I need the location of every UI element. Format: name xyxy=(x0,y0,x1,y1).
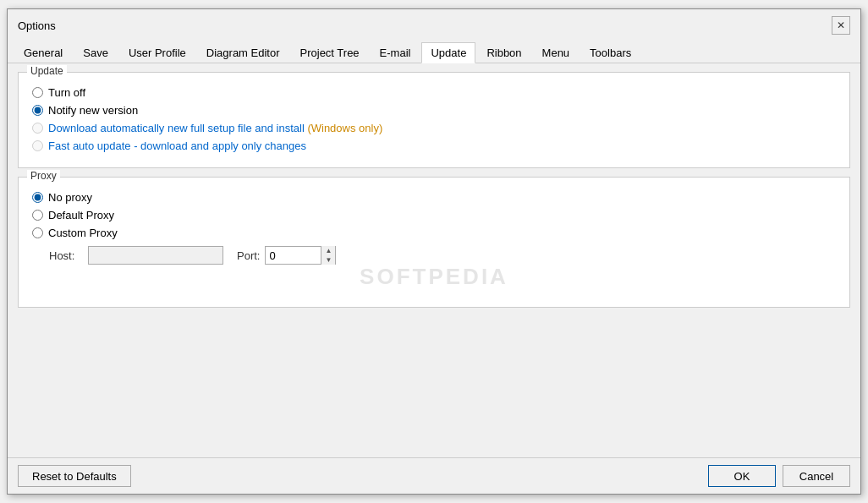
update-group-title: Update xyxy=(27,65,67,77)
cancel-button[interactable]: Cancel xyxy=(783,465,850,487)
port-spinner: ▲ ▼ xyxy=(265,246,336,265)
turn-off-row: Turn off xyxy=(32,86,836,99)
default-proxy-label: Default Proxy xyxy=(48,209,114,221)
proxy-group: Proxy No proxy Default Proxy Custom Prox… xyxy=(18,177,850,308)
tab-email[interactable]: E-mail xyxy=(371,42,420,63)
tab-project-tree[interactable]: Project Tree xyxy=(291,42,369,63)
close-button[interactable]: ✕ xyxy=(832,16,850,35)
footer-right: OK Cancel xyxy=(708,465,850,487)
turn-off-radio[interactable] xyxy=(32,87,43,98)
download-auto-radio[interactable] xyxy=(32,123,43,134)
port-increment-button[interactable]: ▲ xyxy=(321,246,335,255)
content-area: Update Turn off Notify new version Downl… xyxy=(8,63,860,457)
dialog-title: Options xyxy=(18,19,56,32)
no-proxy-radio[interactable] xyxy=(32,192,43,203)
notify-label: Notify new version xyxy=(48,104,138,117)
custom-proxy-label: Custom Proxy xyxy=(48,227,118,239)
tab-toolbars[interactable]: Toolbars xyxy=(580,42,640,63)
notify-row: Notify new version xyxy=(32,104,836,117)
download-auto-label: Download automatically new full setup fi… xyxy=(48,122,382,134)
tab-ribbon[interactable]: Ribbon xyxy=(477,42,530,63)
options-dialog: Options ✕ General Save User Profile Diag… xyxy=(7,8,861,495)
host-port-row: Host: Port: ▲ ▼ xyxy=(49,246,836,265)
tab-menu[interactable]: Menu xyxy=(533,42,580,63)
tab-diagram-editor[interactable]: Diagram Editor xyxy=(197,42,289,63)
fast-auto-radio[interactable] xyxy=(32,140,43,151)
host-input[interactable] xyxy=(88,246,223,265)
watermark: SOFTPEDIA xyxy=(360,264,508,290)
spinner-buttons: ▲ ▼ xyxy=(321,246,335,265)
title-bar: Options ✕ xyxy=(8,9,860,38)
update-group: Update Turn off Notify new version Downl… xyxy=(18,72,850,168)
update-group-content: Turn off Notify new version Download aut… xyxy=(19,73,849,167)
notify-radio[interactable] xyxy=(32,105,43,116)
port-label: Port: xyxy=(237,249,260,262)
ok-button[interactable]: OK xyxy=(708,465,776,487)
download-auto-row: Download automatically new full setup fi… xyxy=(32,122,836,134)
port-decrement-button[interactable]: ▼ xyxy=(321,255,335,265)
no-proxy-row: No proxy xyxy=(32,191,836,204)
tab-update[interactable]: Update xyxy=(421,42,475,63)
windows-only-note: (Windows only) xyxy=(307,122,382,134)
port-input[interactable] xyxy=(266,247,321,264)
tab-user-profile[interactable]: User Profile xyxy=(119,42,195,63)
no-proxy-label: No proxy xyxy=(48,191,92,204)
reset-defaults-button[interactable]: Reset to Defaults xyxy=(18,465,131,487)
default-proxy-radio[interactable] xyxy=(32,210,43,221)
tabs-bar: General Save User Profile Diagram Editor… xyxy=(8,38,860,63)
tab-general[interactable]: General xyxy=(14,42,72,63)
footer: Reset to Defaults OK Cancel xyxy=(8,457,860,494)
custom-proxy-radio[interactable] xyxy=(32,227,43,238)
fast-auto-row: Fast auto update - download and apply on… xyxy=(32,139,836,152)
custom-proxy-row: Custom Proxy xyxy=(32,227,836,239)
default-proxy-row: Default Proxy xyxy=(32,209,836,221)
fast-auto-label: Fast auto update - download and apply on… xyxy=(48,139,306,152)
host-label: Host: xyxy=(49,249,83,262)
turn-off-label: Turn off xyxy=(48,86,85,99)
proxy-group-content: No proxy Default Proxy Custom Proxy Host… xyxy=(19,178,849,307)
tab-save[interactable]: Save xyxy=(74,42,118,63)
